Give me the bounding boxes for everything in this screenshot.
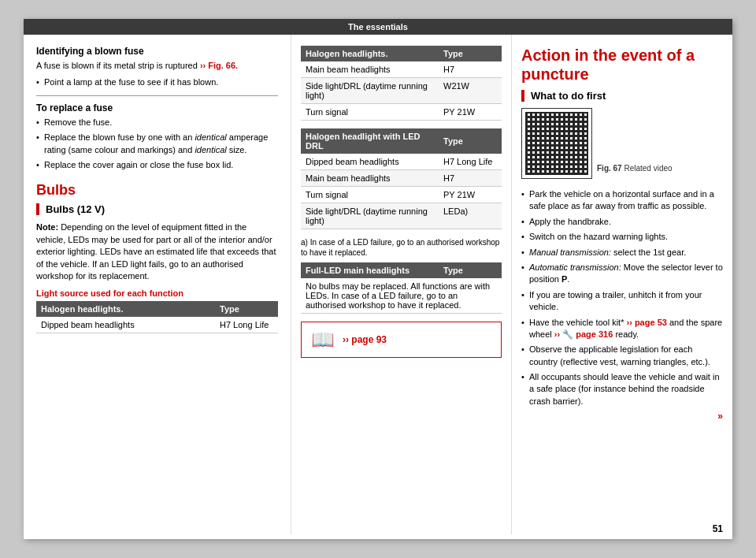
bullet-handbrake: Apply the handbrake. <box>521 216 723 228</box>
table-row: Main beam headlights H7 <box>301 61 502 78</box>
right-column: Action in the event of a puncture What t… <box>512 35 732 534</box>
table-row: Turn signal PY 21W <box>301 104 502 121</box>
full-led-table: Full-LED main headlights Type No bulbs m… <box>301 262 502 314</box>
h-row1-col2: H7 <box>439 61 502 78</box>
table-row: No bulbs may be replaced. All functions … <box>301 278 502 314</box>
note-text: Note: Depending on the level of equipmen… <box>36 221 278 282</box>
blown-fuse-title: Identifying a blown fuse <box>36 46 278 57</box>
top-bar-label: The essentials <box>348 22 408 32</box>
middle-column: Halogen headlights. Type Main beam headl… <box>291 35 512 534</box>
fig-ref[interactable]: ›› Fig. 66. <box>200 61 238 70</box>
led-row3-col2: PY 21W <box>439 187 502 203</box>
small-table-header-1: Halogen headlights. <box>36 301 215 317</box>
led-row3-col1: Turn signal <box>301 187 439 203</box>
bullet-trailer: If you are towing a trailer, unhitch it … <box>521 289 723 314</box>
table-row: Dipped beam headlights H7 Long Life <box>36 317 278 333</box>
bullet-auto: Automatic transmission: Move the selecto… <box>521 262 723 286</box>
led-header-2: Type <box>439 128 502 154</box>
bullet-manual: Manual transmission: select the 1st gear… <box>521 247 723 259</box>
light-source-label: Light source used for each function <box>36 288 278 298</box>
top-bar: The essentials <box>24 19 732 35</box>
table-row: Main beam headlights H7 <box>301 170 502 187</box>
what-to-do-title: What to do first <box>521 90 723 102</box>
full-led-note: No bulbs may be replaced. All functions … <box>301 278 502 314</box>
led-row4-col2: LEDa) <box>439 203 502 229</box>
led-row1-col1: Dipped beam headlights <box>301 154 439 170</box>
small-halogen-table: Halogen headlights. Type Dipped beam hea… <box>36 301 278 333</box>
full-led-header-2: Type <box>439 262 502 278</box>
note-label: Note: <box>36 222 58 232</box>
halogen-header-2: Type <box>439 46 502 61</box>
bullet-lamp: Point a lamp at the fuse to see if it ha… <box>36 76 278 88</box>
page-ref-text: ›› page 93 <box>343 334 387 345</box>
fig-caption: Related video <box>624 164 672 173</box>
qr-code <box>521 108 592 179</box>
led-row2-col2: H7 <box>439 170 502 187</box>
bulbs-title: Bulbs <box>36 182 278 199</box>
note-content: Depending on the level of equipment fitt… <box>36 222 276 281</box>
led-row2-col1: Main beam headlights <box>301 170 439 187</box>
fig-label: Fig. 67 Related video <box>597 163 673 174</box>
halogen-led-table: Halogen headlight with LED DRL Type Dipp… <box>301 128 502 229</box>
bulbs-12v-title: Bulbs (12 V) <box>36 203 278 215</box>
chevron-right-icon: » <box>717 411 723 422</box>
led-header-1: Halogen headlight with LED DRL <box>301 128 439 154</box>
table-row: Dipped beam headlights H7 Long Life <box>301 154 502 170</box>
bullet-remove: Remove the fuse. <box>36 117 278 128</box>
table-row: Side light/DRL (daytime running light) L… <box>301 203 502 229</box>
book-icon: 📖 <box>311 329 335 351</box>
blown-fuse-text: A fuse is blown if its metal strip is ru… <box>36 61 198 70</box>
small-table-header-2: Type <box>215 301 278 317</box>
bullet-replace: Replace the blown fuse by one with an id… <box>36 132 278 156</box>
left-column: Identifying a blown fuse A fuse is blown… <box>24 35 291 534</box>
led-row4-col1: Side light/DRL (daytime running light) <box>301 203 439 229</box>
page-ref-box: 📖 ›› page 93 <box>301 322 502 358</box>
full-led-header-1: Full-LED main headlights <box>301 262 439 278</box>
h-row2-col1: Side light/DRL (daytime running light) <box>301 78 439 104</box>
led-row1-col2: H7 Long Life <box>439 154 502 170</box>
table-row: Side light/DRL (daytime running light) W… <box>301 78 502 104</box>
page-number: 51 <box>713 523 723 534</box>
h-row3-col2: PY 21W <box>439 104 502 121</box>
small-table-cell-1: Dipped beam headlights <box>36 317 215 333</box>
fig-67-label: Fig. 67 <box>597 164 624 173</box>
h-row1-col1: Main beam headlights <box>301 61 439 78</box>
bullet-park: Park the vehicle on a horizontal surface… <box>521 188 723 213</box>
bullet-tool-kit: Have the vehicle tool kit* ›› page 53 an… <box>521 317 723 341</box>
bullet-cover: Replace the cover again or close the fus… <box>36 159 278 171</box>
right-section-title: Action in the event of a puncture <box>521 46 723 84</box>
halogen-header-1: Halogen headlights. <box>301 46 439 61</box>
replace-fuse-title: To replace a fuse <box>36 102 278 113</box>
footnote: a) In case of a LED failure, go to an au… <box>301 237 502 258</box>
h-row2-col2: W21W <box>439 78 502 104</box>
bullet-hazard: Switch on the hazard warning lights. <box>521 231 723 243</box>
h-row3-col1: Turn signal <box>301 104 439 121</box>
bullet-legislation: Observe the applicable legislation for e… <box>521 344 723 368</box>
table-row: Turn signal PY 21W <box>301 187 502 203</box>
blown-fuse-para: A fuse is blown if its metal strip is ru… <box>36 60 278 72</box>
halogen-table: Halogen headlights. Type Main beam headl… <box>301 46 502 121</box>
small-table-cell-2: H7 Long Life <box>215 317 278 333</box>
bullet-occupants: All occupants should leave the vehicle a… <box>521 371 723 407</box>
